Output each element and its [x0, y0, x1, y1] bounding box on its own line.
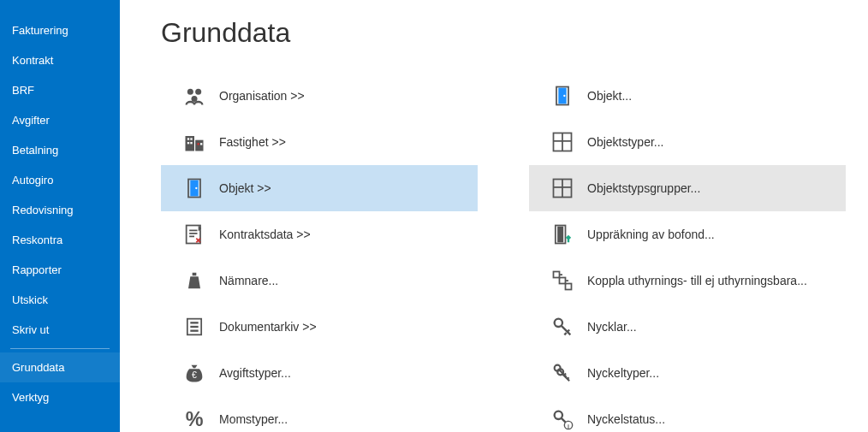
grid-item-door[interactable]: Objekt >>	[161, 165, 478, 211]
sidebar-item-fakturering[interactable]: Fakturering	[0, 15, 120, 45]
sidebar-item-verktyg[interactable]: Verktyg	[0, 382, 120, 412]
sidebar-item-rapporter[interactable]: Rapporter	[0, 255, 120, 285]
sidebar-item-skriv-ut[interactable]: Skriv ut	[0, 315, 120, 345]
sidebar-item-utskick[interactable]: Utskick	[0, 285, 120, 315]
sidebar-item-avgifter[interactable]: Avgifter	[0, 105, 120, 135]
sidebar-item-brf[interactable]: BRF	[0, 75, 120, 105]
grid-item-floorplan[interactable]: Objektstyper...	[529, 119, 846, 165]
archive-icon	[169, 315, 219, 339]
link-icon	[538, 269, 587, 293]
sidebar-item-betalning[interactable]: Betalning	[0, 135, 120, 165]
grid-item-label: Objekt >>	[219, 181, 271, 195]
weight-icon	[169, 269, 219, 293]
grid-item-key[interactable]: Nycklar...	[529, 304, 846, 350]
content-grid: Organisation >>Fastighet >>Objekt >>Kont…	[161, 73, 868, 432]
buildings-icon	[169, 130, 219, 154]
grid-item-label: Nyckeltyper...	[587, 366, 659, 380]
key-icon	[538, 315, 587, 339]
grid-item-label: Objekt...	[587, 89, 632, 103]
floorplan-icon	[538, 176, 587, 200]
grid-col-right: Objekt...Objektstyper...Objektstypsgrupp…	[529, 73, 846, 432]
grid-item-label: Momstyper...	[219, 412, 288, 426]
grid-item-label: Objektstyper...	[587, 135, 663, 149]
grid-item-label: Fastighet >>	[219, 135, 286, 149]
grid-item-moneybag[interactable]: Avgiftstyper...	[161, 350, 478, 396]
grid-item-keys[interactable]: Nyckeltyper...	[529, 350, 846, 396]
grid-item-weight[interactable]: Nämnare...	[161, 257, 478, 304]
moneybag-icon	[169, 361, 219, 385]
grid-item-label: Nycklar...	[587, 320, 637, 334]
grid-item-group[interactable]: Organisation >>	[161, 73, 478, 119]
grid-item-key-info[interactable]: Nyckelstatus...	[529, 396, 846, 432]
door-blue-icon	[538, 84, 587, 108]
grid-item-label: Dokumentarkiv >>	[219, 320, 317, 334]
floorplan-icon	[538, 130, 587, 154]
keys-icon	[538, 361, 587, 385]
grid-item-label: Nämnare...	[219, 274, 278, 287]
grid-item-label: Avgiftstyper...	[219, 366, 291, 380]
grid-item-floorplan[interactable]: Objektstypsgrupper...	[529, 165, 846, 211]
door-up-icon	[538, 222, 587, 246]
grid-item-buildings[interactable]: Fastighet >>	[161, 119, 478, 165]
grid-item-label: Organisation >>	[219, 89, 305, 103]
sidebar-item-reskontra[interactable]: Reskontra	[0, 225, 120, 255]
sidebar-item-grunddata[interactable]: Grunddata	[0, 352, 120, 382]
page-title: Grunddata	[161, 17, 868, 49]
grid-col-left: Organisation >>Fastighet >>Objekt >>Kont…	[161, 73, 478, 432]
percent-icon	[169, 407, 219, 431]
grid-item-contract[interactable]: Kontraktsdata >>	[161, 211, 478, 257]
contract-icon	[169, 222, 219, 246]
sidebar: Fakturering Kontrakt BRF Avgifter Betaln…	[0, 0, 120, 432]
grid-item-link[interactable]: Koppla uthyrnings- till ej uthyrningsbar…	[529, 257, 846, 304]
grid-item-label: Nyckelstatus...	[587, 412, 665, 426]
sidebar-divider	[10, 348, 110, 349]
key-info-icon	[538, 407, 587, 431]
grid-item-percent[interactable]: Momstyper...	[161, 396, 478, 432]
grid-item-label: Kontraktsdata >>	[219, 228, 311, 241]
grid-item-label: Koppla uthyrnings- till ej uthyrningsbar…	[587, 274, 807, 287]
sidebar-item-kontrakt[interactable]: Kontrakt	[0, 45, 120, 75]
grid-item-label: Uppräkning av bofond...	[587, 228, 715, 241]
group-icon	[169, 84, 219, 108]
grid-item-label: Objektstypsgrupper...	[587, 181, 700, 195]
grid-item-door-up[interactable]: Uppräkning av bofond...	[529, 211, 846, 257]
grid-item-door-blue[interactable]: Objekt...	[529, 73, 846, 119]
main-content: Grunddata Organisation >>Fastighet >>Obj…	[120, 0, 868, 432]
door-icon	[169, 176, 219, 200]
sidebar-item-redovisning[interactable]: Redovisning	[0, 195, 120, 225]
grid-item-archive[interactable]: Dokumentarkiv >>	[161, 304, 478, 350]
sidebar-item-autogiro[interactable]: Autogiro	[0, 165, 120, 195]
